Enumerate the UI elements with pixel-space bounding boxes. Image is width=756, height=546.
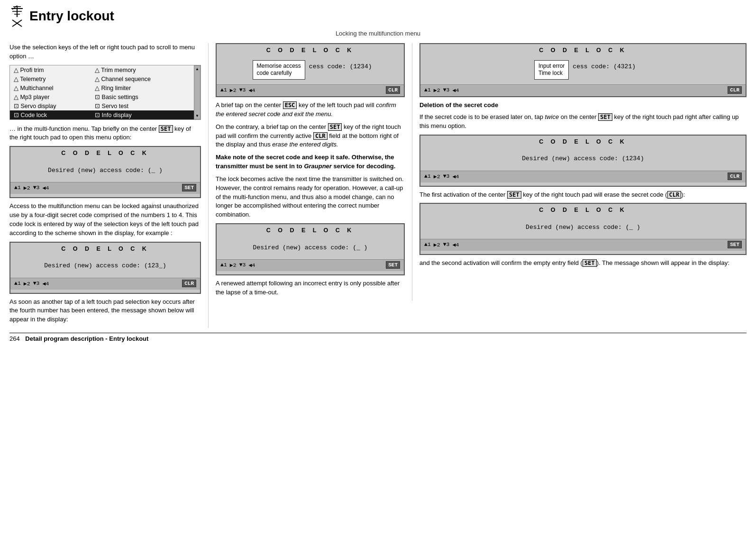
- menu-item-channel-sequence[interactable]: △ Channel sequence: [91, 74, 194, 83]
- mid-footer-keys-2: ▲1 ▶2 ▼3 ◀4: [220, 262, 255, 268]
- set-key-right-2: SET: [507, 191, 521, 199]
- mid-key-4b: ◀4: [248, 262, 255, 268]
- menu-row: △ Profi trim △ Trim memory: [10, 65, 194, 74]
- right-access-line-2: Desired (new) access code: (1234): [425, 155, 741, 162]
- code-lock-header-1: C O D E L O C K: [10, 147, 200, 158]
- menu-item-trim-memory[interactable]: △ Trim memory: [91, 65, 194, 74]
- key-2: ▶2: [24, 184, 30, 191]
- menu-item-servo-display[interactable]: ⊡ Servo display: [10, 101, 91, 110]
- mid-display-1: C O D E L O C K Memorise accesscode care…: [216, 43, 405, 97]
- footer-description: Detail program description - Entry locko…: [25, 335, 148, 342]
- code-lock-display-2: C O D E L O C K Desired (new) access cod…: [9, 242, 201, 294]
- right-italic-twice: twice: [545, 113, 559, 120]
- right-display-3: C O D E L O C K Desired (new) access cod…: [419, 203, 747, 255]
- scroll-up-icon[interactable]: ▲: [195, 67, 199, 71]
- right-key-2: ▶2: [434, 87, 440, 93]
- scroll-bar[interactable]: ▲ ▼: [194, 65, 200, 119]
- menu-box: △ Profi trim △ Trim memory △ Telemetry △…: [9, 65, 201, 120]
- footer-keys-1: ▲1 ▶2 ▼3 ◀4: [14, 184, 49, 191]
- left-column: Use the selection keys of the left or ri…: [9, 43, 209, 328]
- mid-footer-1: ▲1 ▶2 ▼3 ◀4 CLR: [217, 84, 404, 96]
- code-lock-footer-1: ▲1 ▶2 ▼3 ◀4 SET: [10, 182, 200, 194]
- mid-key-2b: ▶2: [230, 262, 237, 268]
- right-key-3: ▼3: [443, 87, 450, 93]
- right-key-3c: ▼3: [443, 241, 450, 248]
- menu-item-code-lock[interactable]: ⊡ Code lock: [10, 110, 91, 119]
- right-header-2: C O D E L O C K: [420, 136, 746, 147]
- right-clr-btn-2[interactable]: CLR: [728, 173, 742, 180]
- page-header: Entry lockout: [9, 5, 747, 27]
- right-display-1: C O D E L O C K Input errorTime lock ces…: [419, 43, 747, 97]
- antenna-icon: [9, 5, 25, 18]
- menu-item-basic-settings[interactable]: ⊡ Basic settings: [91, 92, 194, 101]
- menu-item-mp3[interactable]: △ Mp3 player: [10, 92, 91, 101]
- right-key-4: ◀4: [452, 87, 459, 93]
- access-line-1: Desired (new) access code: (_ ): [15, 167, 195, 174]
- mid-para-5: A renewed attempt following an incorrect…: [216, 279, 405, 297]
- deletion-heading: Deletion of the secret code: [419, 101, 747, 110]
- key-1b: ▲1: [14, 280, 21, 287]
- scroll-down-icon[interactable]: ▼: [195, 114, 199, 118]
- right-key-4b: ◀4: [452, 173, 459, 180]
- set-button-1[interactable]: SET: [182, 184, 196, 191]
- right-access-line-3: Desired (new) access code: (_ ): [425, 224, 741, 231]
- mid-clr-btn-1[interactable]: CLR: [386, 86, 400, 94]
- key-2b: ▶2: [24, 280, 30, 287]
- set-key-right-3: SET: [583, 259, 597, 267]
- menu-item-multichannel[interactable]: △ Multichannel: [10, 83, 91, 92]
- set-key-mid: SET: [328, 123, 342, 131]
- key-3: ▼3: [33, 184, 40, 191]
- mid-key-1: ▲1: [220, 87, 227, 93]
- menu-row: △ Multichannel △ Ring limiter: [10, 83, 194, 92]
- main-content: Use the selection keys of the left or ri…: [9, 43, 747, 328]
- left-text1: … in the multi-function menu. Tap briefl…: [9, 125, 201, 143]
- mid-para-4: The lock becomes active the next time th…: [216, 175, 405, 219]
- right-para-3: and the second activation will confirm t…: [419, 259, 747, 268]
- code-lock-display-1: C O D E L O C K Desired (new) access cod…: [9, 146, 201, 198]
- header-icons: [9, 5, 25, 27]
- menu-item-profi-trim[interactable]: △ Profi trim: [10, 65, 91, 74]
- code-lock-footer-2: ▲1 ▶2 ▼3 ◀4 CLR: [10, 278, 200, 290]
- mid-para-1: A brief tap on the center ESC key of the…: [216, 101, 405, 119]
- left-intro: Use the selection keys of the left or ri…: [9, 43, 201, 61]
- clr-button-2[interactable]: CLR: [182, 280, 196, 287]
- menu-row: ⊡ Servo display ⊡ Servo test: [10, 101, 194, 110]
- right-display-2: C O D E L O C K Desired (new) access cod…: [419, 135, 747, 187]
- right-key-1b: ▲1: [424, 173, 431, 180]
- mid-para-3: Make note of the secret code and keep it…: [216, 153, 405, 171]
- menu-item-servo-test[interactable]: ⊡ Servo test: [91, 101, 194, 110]
- right-para-1: If the secret code is to be erased later…: [419, 113, 747, 131]
- mid-key-4: ◀4: [248, 87, 255, 93]
- key-3b: ▼3: [33, 280, 40, 287]
- mid-key-1b: ▲1: [220, 262, 227, 268]
- right-key-2c: ▶2: [434, 241, 440, 248]
- footer-keys-2: ▲1 ▶2 ▼3 ◀4: [14, 280, 49, 287]
- right-set-btn-3[interactable]: SET: [728, 241, 742, 248]
- set-key-1: SET: [159, 125, 173, 133]
- mid-display-2: C O D E L O C K Desired (new) access cod…: [216, 223, 405, 275]
- mid-italic-1: confirm the entered secret code and exit…: [216, 101, 396, 118]
- code-lock-header-2: C O D E L O C K: [10, 243, 200, 254]
- page-number: 264: [9, 335, 20, 342]
- page-footer: 264 Detail program description - Entry l…: [9, 333, 747, 342]
- menu-item-telemetry[interactable]: △ Telemetry: [10, 74, 91, 83]
- page-title: Entry lockout: [29, 9, 114, 24]
- left-text2: Access to the multifunction menu can be …: [9, 202, 201, 237]
- mid-column: C O D E L O C K Memorise accesscode care…: [209, 43, 412, 301]
- mid-footer-2: ▲1 ▶2 ▼3 ◀4 SET: [217, 259, 404, 271]
- esc-key: ESC: [283, 101, 297, 109]
- mid-access-line-2: Desired (new) access code: (_ ): [221, 244, 399, 251]
- right-column: C O D E L O C K Input errorTime lock ces…: [412, 43, 747, 272]
- menu-item-info-display[interactable]: ⊡ Info display: [91, 110, 194, 119]
- right-key-4c: ◀4: [452, 241, 459, 248]
- right-header-1: C O D E L O C K: [420, 44, 746, 55]
- input-error-tooltip: Input errorTime lock: [534, 60, 569, 80]
- mid-set-btn-2[interactable]: SET: [386, 261, 400, 269]
- key-1: ▲1: [14, 184, 21, 191]
- right-clr-btn-1[interactable]: CLR: [728, 86, 742, 94]
- mid-key-3b: ▼3: [239, 262, 246, 268]
- left-text3: As soon as another tap of a left touch p…: [9, 298, 201, 325]
- right-para-2: The first activation of the center SET k…: [419, 191, 747, 200]
- menu-item-ring-limiter[interactable]: △ Ring limiter: [91, 83, 194, 92]
- mid-para-2: On the contrary, a brief tap on the cent…: [216, 123, 405, 150]
